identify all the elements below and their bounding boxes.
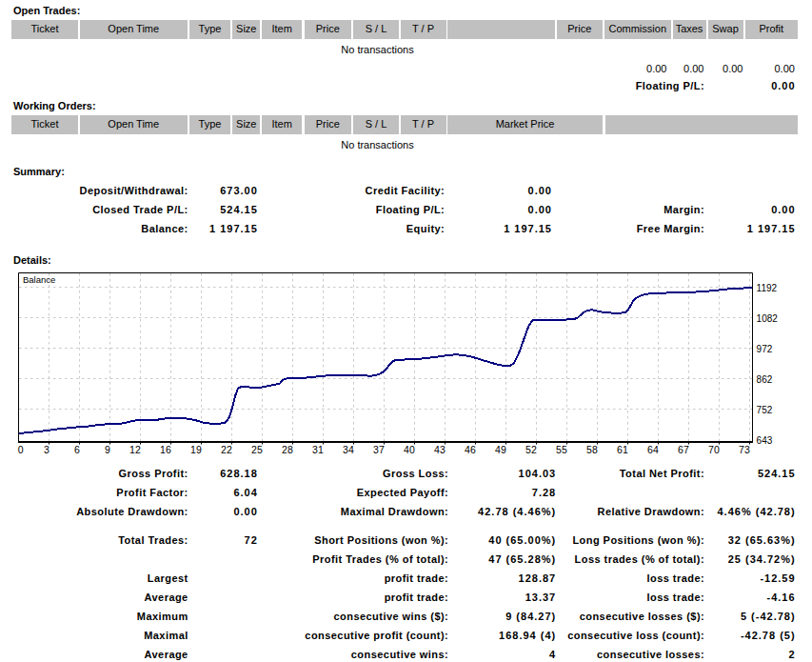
svg-text:61: 61 <box>617 444 628 455</box>
svg-text:12: 12 <box>129 444 141 455</box>
svg-text:752: 752 <box>757 405 773 415</box>
svg-text:1192: 1192 <box>757 283 778 293</box>
svg-text:31: 31 <box>312 444 324 455</box>
svg-text:40: 40 <box>404 444 415 455</box>
svg-text:37: 37 <box>373 444 385 455</box>
svg-text:52: 52 <box>525 444 537 455</box>
svg-text:16: 16 <box>160 444 171 455</box>
svg-text:67: 67 <box>678 444 689 455</box>
svg-text:64: 64 <box>647 444 659 455</box>
svg-text:6: 6 <box>74 444 80 455</box>
svg-text:3: 3 <box>44 444 50 455</box>
svg-text:22: 22 <box>221 444 232 455</box>
svg-text:70: 70 <box>708 444 720 455</box>
svg-text:1082: 1082 <box>757 313 779 324</box>
svg-text:862: 862 <box>757 374 773 385</box>
svg-text:9: 9 <box>105 444 110 455</box>
svg-text:34: 34 <box>343 444 354 455</box>
svg-text:19: 19 <box>190 444 202 455</box>
svg-text:73: 73 <box>739 444 750 455</box>
svg-text:46: 46 <box>465 444 476 455</box>
svg-text:58: 58 <box>586 444 598 455</box>
svg-text:43: 43 <box>434 444 446 455</box>
svg-text:Balance: Balance <box>23 274 55 285</box>
svg-text:55: 55 <box>556 444 567 455</box>
svg-text:25: 25 <box>251 444 263 455</box>
svg-text:972: 972 <box>757 344 773 354</box>
svg-text:643: 643 <box>757 435 773 446</box>
svg-text:0: 0 <box>18 444 24 455</box>
svg-text:28: 28 <box>282 444 293 455</box>
svg-text:49: 49 <box>495 444 506 455</box>
